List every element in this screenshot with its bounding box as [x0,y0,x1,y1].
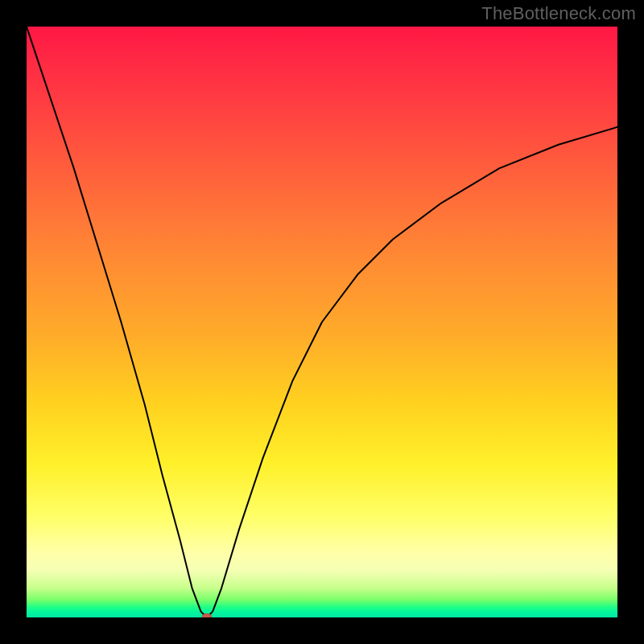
minimum-marker-icon [202,613,212,617]
watermark-text: TheBottleneck.com [481,3,636,24]
chart-frame: TheBottleneck.com [0,0,644,644]
bottleneck-curve [27,27,617,617]
curve-layer [27,27,617,617]
plot-area [27,27,617,617]
